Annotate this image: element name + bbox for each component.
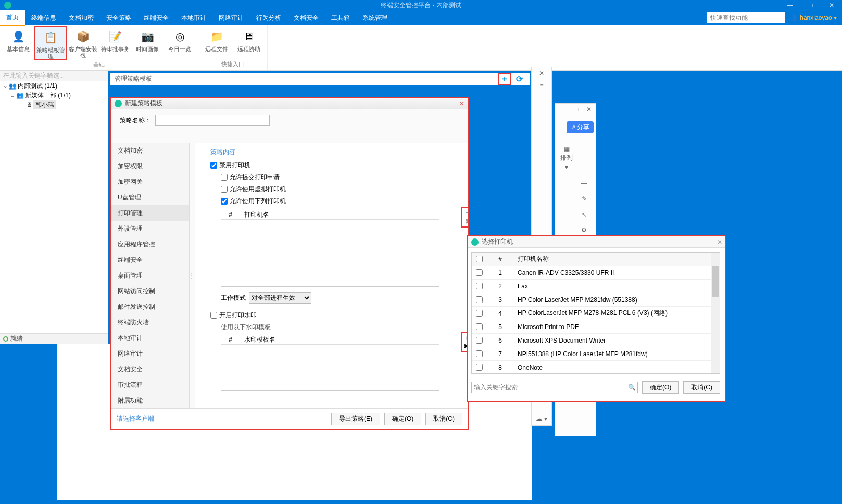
psel-row[interactable]: 4HP ColorLaserJet MFP M278-M281 PCL 6 (V…: [472, 307, 720, 320]
tree-filter-placeholder[interactable]: 在此输入关键字筛选...: [3, 71, 65, 80]
psel-row-checkbox[interactable]: [476, 323, 483, 330]
psel-row[interactable]: 3HP Color LaserJet MFP M281fdw (551388): [472, 293, 720, 307]
minus-icon[interactable]: —: [576, 175, 592, 191]
chk-allow-virtual[interactable]: 允许使用虚拟打印机: [221, 185, 459, 194]
add-policy-button[interactable]: ＋: [498, 73, 511, 85]
psel-row-checkbox[interactable]: [476, 337, 483, 344]
sidebar-item-print[interactable]: 打印管理: [111, 205, 189, 221]
psel-row-checkbox[interactable]: [476, 364, 483, 371]
psel-row-checkbox[interactable]: [476, 350, 483, 357]
search-icon[interactable]: 🔍: [626, 382, 638, 393]
psel-search-input[interactable]: [471, 382, 626, 393]
tab-toolbox[interactable]: 工具箱: [325, 10, 356, 26]
sidebar-item-firewall[interactable]: 终端防火墙: [111, 314, 189, 330]
sidebar-item-addon[interactable]: 附属功能: [111, 393, 189, 408]
psel-row[interactable]: 2Fax: [472, 280, 720, 293]
ribbon-time-portrait[interactable]: 📷时间画像: [131, 26, 164, 60]
sidebar-item-doc-sec[interactable]: 文档安全: [111, 361, 189, 377]
dialog-close-icon[interactable]: ✕: [459, 100, 464, 107]
export-policy-button[interactable]: 导出策略(E): [331, 413, 380, 425]
sidebar-item-terminal-sec[interactable]: 终端安全: [111, 252, 189, 268]
chk-watermark[interactable]: 开启打印水印: [210, 311, 459, 320]
psel-row[interactable]: 1Canon iR-ADV C3325/3330 UFR II: [472, 266, 720, 280]
tab-sys-mgmt[interactable]: 系统管理: [356, 10, 394, 26]
expand-icon[interactable]: ⌄: [2, 82, 8, 90]
side-close-icon[interactable]: ✕: [532, 67, 551, 80]
psel-close-icon[interactable]: ✕: [717, 238, 722, 246]
expand-icon[interactable]: ⌄: [9, 92, 16, 99]
tab-network-audit[interactable]: 网络审计: [212, 10, 250, 26]
user-menu[interactable]: hanxiaoyao ▾: [790, 14, 837, 21]
ribbon-client-package[interactable]: 📦客户端安装包: [67, 26, 99, 60]
sidebar-item-local-audit[interactable]: 本地审计: [111, 330, 189, 346]
ribbon-pending-approval[interactable]: 📝待审批事务: [99, 26, 131, 60]
tab-terminal-info[interactable]: 终端信息: [25, 10, 62, 26]
status-ok-icon: [3, 336, 8, 342]
ribbon-today[interactable]: ◎今日一览: [164, 26, 196, 60]
ribbon-remote-file[interactable]: 📁远程文件: [200, 26, 233, 60]
tab-behavior[interactable]: 行为分析: [250, 10, 287, 26]
tree-leaf[interactable]: 🖥 韩小瑶: [0, 100, 108, 109]
maximize-button[interactable]: □: [800, 0, 821, 10]
sidebar-item-approval[interactable]: 审批流程: [111, 377, 189, 393]
sidebar-item-app-control[interactable]: 应用程序管控: [111, 236, 189, 252]
psel-ok-button[interactable]: 确定(O): [642, 381, 679, 394]
tab-home[interactable]: 首页: [0, 10, 25, 26]
splitter-handle[interactable]: ⋮: [190, 143, 193, 408]
sidebar-item-web-control[interactable]: 网站访问控制: [111, 283, 189, 299]
psel-row[interactable]: 7NPI551388 (HP Color LaserJet MFP M281fd…: [472, 347, 720, 361]
psel-row[interactable]: 8OneNote: [472, 361, 720, 374]
cancel-button[interactable]: 取消(C): [425, 413, 462, 425]
pencil-icon[interactable]: ✎: [576, 191, 592, 207]
sidebar-item-mail-control[interactable]: 邮件发送控制: [111, 299, 189, 314]
psel-row[interactable]: 6Microsoft XPS Document Writer: [472, 334, 720, 347]
tree-child[interactable]: ⌄ 👥 新媒体一部 (1/1): [0, 91, 108, 100]
ribbon-policy-template[interactable]: 📋策略模板管理: [34, 26, 67, 60]
sidebar-item-peripheral[interactable]: 外设管理: [111, 221, 189, 236]
tab-doc-sec[interactable]: 文档安全: [287, 10, 325, 26]
workmode-select[interactable]: 对全部进程生效: [249, 292, 311, 304]
tab-doc-encrypt[interactable]: 文档加密: [62, 10, 100, 26]
arrange-button[interactable]: ▦排列 ▾: [560, 145, 573, 171]
minimize-button[interactable]: —: [780, 0, 800, 10]
share-button[interactable]: ↗ 分享: [567, 121, 594, 133]
tree-filter-row: 在此输入关键字筛选...: [0, 71, 108, 81]
tab-sec-policy[interactable]: 安全策略: [100, 10, 137, 26]
psel-row[interactable]: 5Microsoft Print to PDF: [472, 320, 720, 334]
sidebar-item-network-audit[interactable]: 网络审计: [111, 346, 189, 361]
psel-row-checkbox[interactable]: [476, 283, 483, 289]
sidebar-item-desktop[interactable]: 桌面管理: [111, 268, 189, 283]
close-button[interactable]: ✕: [821, 0, 842, 10]
psel-row-checkbox[interactable]: [476, 296, 483, 303]
refresh-button[interactable]: ⟳: [513, 73, 525, 85]
ribbon-remote-assist[interactable]: 🖥远程协助: [233, 26, 265, 60]
sidebar-item-doc-encrypt[interactable]: 文档加密: [111, 143, 189, 158]
cursor-icon[interactable]: ↖: [576, 207, 592, 222]
tree-root[interactable]: ⌄ 👥 内部测试 (1/1): [0, 81, 108, 91]
psel-scrollbar[interactable]: [711, 253, 720, 373]
sidebar-item-encrypt-perm[interactable]: 加密权限: [111, 158, 189, 174]
sidebar-item-encrypt-gateway[interactable]: 加密网关: [111, 174, 189, 190]
footer-hint[interactable]: 请选择客户端: [117, 414, 154, 423]
side-restore-icon[interactable]: □: [579, 106, 582, 113]
side-menu-icon[interactable]: ≡: [532, 80, 551, 92]
chk-disable-printer[interactable]: 禁用打印机: [210, 161, 459, 170]
side-close-icon[interactable]: ✕: [586, 106, 592, 113]
chk-allow-list[interactable]: 允许使用下列打印机: [221, 197, 459, 206]
tab-terminal-sec[interactable]: 终端安全: [137, 10, 175, 26]
tab-local-audit[interactable]: 本地审计: [175, 10, 212, 26]
psel-row-checkbox[interactable]: [476, 310, 483, 317]
add-printer-button[interactable]: ＋: [463, 209, 468, 217]
psel-row-checkbox[interactable]: [476, 269, 483, 276]
chk-allow-submit[interactable]: 允许提交打印申请: [221, 173, 459, 182]
psel-cancel-button[interactable]: 取消(C): [683, 381, 720, 394]
ribbon-group-quick: 📁远程文件 🖥远程协助 快捷入口: [198, 25, 268, 70]
cloud-dropdown[interactable]: ☁ ▾: [532, 415, 551, 422]
psel-select-all[interactable]: [476, 256, 483, 262]
remove-printer-button[interactable]: ✖: [463, 217, 468, 225]
ok-button[interactable]: 确定(O): [384, 413, 421, 425]
quick-search-input[interactable]: [707, 12, 785, 23]
ribbon-basic-info[interactable]: 👤基本信息: [2, 26, 34, 60]
ribbon-group-label-quick: 快捷入口: [221, 60, 244, 69]
sidebar-item-usb[interactable]: U盘管理: [111, 190, 189, 205]
